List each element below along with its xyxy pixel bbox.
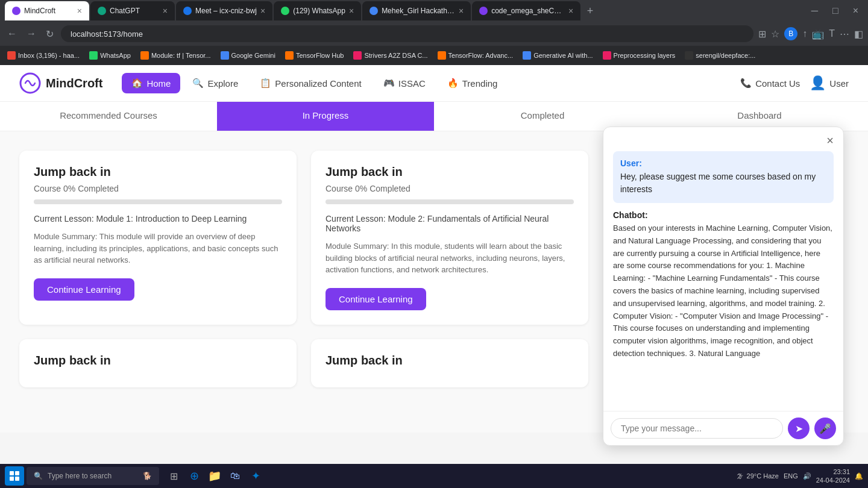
chat-send-button[interactable]: ➤ (788, 418, 810, 433)
card-2-lesson: Current Lesson: Module 2: Fundamentals o… (326, 214, 574, 233)
user-menu[interactable]: 👤 User (810, 75, 849, 91)
personalized-icon: 📋 (260, 78, 271, 89)
card-2-summary: Module Summary: In this module, students… (326, 240, 574, 276)
bookmark-tf-advanced[interactable]: TensorFlow: Advanc... (438, 51, 514, 60)
phone-icon: 📞 (740, 78, 752, 89)
chat-user-text: Hey, please suggest me some courses base… (620, 170, 826, 196)
tab-icon-whatsapp (281, 7, 289, 15)
extensions-icon[interactable]: ⊞ (758, 28, 766, 40)
send-icon: ➤ (795, 423, 803, 433)
tab-close-chatgpt[interactable]: × (163, 6, 168, 16)
continue-learning-button-1[interactable]: Continue Learning (34, 278, 134, 301)
nav-links: 🏠 Home 🔍 Explore 📋 Personalized Content … (122, 73, 740, 93)
tab-close-meet[interactable]: × (260, 6, 265, 16)
nav-link-personalized[interactable]: 📋 Personalized Content (250, 73, 371, 93)
tab-completed-label: Completed (521, 110, 565, 120)
course-card-2: Jump back in Course 0% Completed Current… (311, 151, 588, 325)
tab-in-progress[interactable]: In Progress (217, 102, 434, 131)
tab-icon-meet (183, 7, 192, 15)
bookmark-gen-ai[interactable]: Generative AI with... (523, 51, 593, 60)
bookmark-module-tf[interactable]: Module: tf | Tensor... (140, 51, 211, 60)
sidebar-icon[interactable]: ◧ (854, 28, 863, 40)
logo[interactable]: MindCroft (19, 72, 102, 94)
tab-code-omega[interactable]: code_omega_sheCodes... × (472, 1, 580, 20)
update-icon[interactable]: ↑ (802, 28, 807, 39)
bookmark-whatsapp[interactable]: WhatsApp (89, 51, 131, 60)
course-card-4: Jump back in (311, 339, 588, 387)
forward-button[interactable]: → (24, 26, 39, 42)
card-1-title: Jump back in (34, 165, 282, 179)
tab-label-mehek: Mehek_Girl Hackathon_... (382, 7, 455, 15)
tab-close-whatsapp[interactable]: × (349, 6, 354, 16)
card-1-progress: Course 0% Completed (34, 184, 282, 193)
card-2-progress-bar (326, 199, 574, 204)
nav-right: 📞 Contact Us 👤 User (740, 75, 849, 91)
more-icon[interactable]: ⋯ (840, 28, 849, 40)
cast-icon[interactable]: 📺 (812, 28, 824, 40)
chat-input-row: ➤ 🎤 (603, 411, 843, 433)
continue-learning-button-2[interactable]: Continue Learning (326, 288, 426, 310)
tab-close-mindcroft[interactable]: × (77, 6, 82, 16)
chat-mic-button[interactable]: 🎤 (814, 418, 836, 433)
url-input[interactable]: localhost:5173/home (61, 25, 753, 42)
url-text: localhost:5173/home (71, 30, 143, 39)
issac-icon: 🎮 (383, 78, 395, 89)
chat-messages[interactable]: User: Hey, please suggest me some course… (603, 146, 843, 411)
chat-bot-text: Based on your interests in Machine Learn… (613, 222, 834, 360)
tab-close-code-omega[interactable]: × (568, 6, 573, 16)
trending-icon: 🔥 (447, 78, 459, 89)
bookmark-icon[interactable]: ☆ (771, 28, 779, 40)
tab-recommended-label: Recommended Courses (60, 110, 157, 120)
tab-label-whatsapp: (129) WhatsApp (293, 7, 345, 15)
translate-icon[interactable]: T (829, 28, 835, 39)
tab-mehek[interactable]: Mehek_Girl Hackathon_... × (362, 1, 471, 20)
close-window-button[interactable]: × (848, 3, 863, 19)
card-2-title: Jump back in (326, 165, 574, 179)
back-button[interactable]: ← (5, 26, 19, 42)
mic-icon: 🎤 (819, 423, 831, 433)
bookmark-gemini[interactable]: Google Gemini (221, 51, 275, 60)
tab-recommended[interactable]: Recommended Courses (0, 102, 217, 131)
chat-bot-label: Chatbot: (613, 210, 834, 220)
bookmark-tensorflow-hub[interactable]: TensorFlow Hub (285, 51, 344, 60)
nav-link-issac[interactable]: 🎮 ISSAC (374, 73, 435, 93)
bookmark-inbox[interactable]: Inbox (3,196) - haa... (7, 51, 80, 60)
card-4-title: Jump back in (326, 354, 574, 368)
bookmark-preprocessing[interactable]: Preprocessing layers (603, 51, 676, 60)
bookmark-deepface[interactable]: serengil/deepface:... (685, 51, 755, 60)
bookmark-strivers[interactable]: Strivers A2Z DSA C... (353, 51, 427, 60)
browser-chrome: MindCroft × ChatGPT × Meet – icx-cniz-bw… (0, 0, 868, 65)
card-3-title: Jump back in (34, 354, 282, 368)
explore-icon: 🔍 (192, 78, 204, 89)
user-circle-icon: 👤 (810, 75, 826, 91)
home-icon: 🏠 (131, 78, 143, 89)
tab-mindcroft[interactable]: MindCroft × (5, 1, 89, 20)
nav-link-home[interactable]: 🏠 Home (122, 73, 180, 93)
nav-link-trending[interactable]: 🔥 Trending (438, 73, 508, 93)
tab-label-chatgpt: ChatGPT (110, 7, 140, 15)
contact-us-label: Contact Us (755, 78, 800, 89)
chat-close-button[interactable]: × (826, 134, 834, 146)
new-tab-button[interactable]: + (582, 2, 599, 19)
reload-button[interactable]: ↻ (43, 26, 56, 42)
chat-user-label: User: (620, 158, 826, 168)
tab-close-mehek[interactable]: × (459, 6, 464, 16)
tab-meet[interactable]: Meet – icx-cniz-bwj × (176, 1, 272, 20)
user-label: User (829, 78, 849, 89)
tab-label-mindcroft: MindCroft (24, 7, 55, 15)
contact-us-button[interactable]: 📞 Contact Us (740, 78, 800, 89)
nav-link-home-label: Home (146, 78, 171, 89)
chat-message-input[interactable] (611, 418, 783, 433)
nav-link-trending-label: Trending (462, 78, 498, 89)
maximize-button[interactable]: □ (828, 3, 843, 19)
tab-bar: MindCroft × ChatGPT × Meet – icx-cniz-bw… (0, 0, 868, 22)
nav-link-personalized-label: Personalized Content (275, 78, 361, 89)
toolbar-icons: ⊞ ☆ B ↑ 📺 T ⋯ ◧ (758, 27, 863, 40)
tab-whatsapp[interactable]: (129) WhatsApp × (274, 1, 361, 20)
tab-icon-code-omega (479, 7, 488, 15)
profile-icon[interactable]: B (784, 27, 797, 40)
tab-chatgpt[interactable]: ChatGPT × (90, 1, 175, 20)
nav-link-explore[interactable]: 🔍 Explore (183, 73, 248, 93)
tab-dashboard-label: Dashboard (737, 110, 781, 120)
minimize-button[interactable]: ─ (807, 3, 823, 19)
